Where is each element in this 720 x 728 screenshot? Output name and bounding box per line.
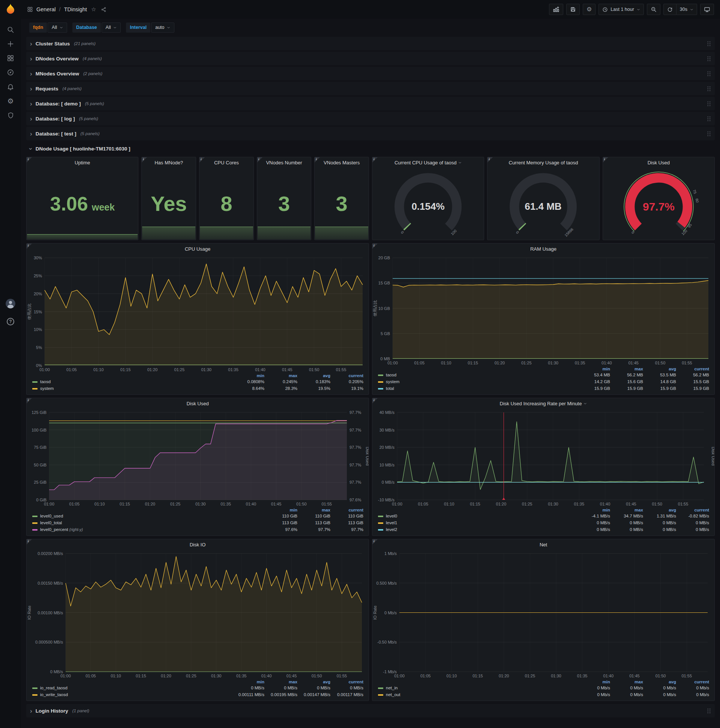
panel-title-cpu-usage-chart[interactable]: CPU Usage	[27, 243, 369, 254]
zoom-out-button[interactable]	[647, 4, 661, 15]
legend-series-taosd[interactable]: taosd	[377, 372, 578, 378]
legend-series-total[interactable]: total	[377, 385, 578, 392]
series-color-swatch[interactable]	[378, 522, 383, 524]
sidebar-item-create[interactable]	[3, 38, 18, 50]
dashboard-row-cluster-status[interactable]: › Cluster Status (21 panels)	[26, 37, 715, 50]
disk-io-plot[interactable]: 0 MB/s0.000500 MB/s0.00100 MB/s0.00150 M…	[27, 550, 369, 679]
panel-info-icon[interactable]: i	[603, 157, 608, 162]
series-color-swatch[interactable]	[378, 381, 383, 383]
legend-sort-max[interactable]: max	[265, 373, 298, 378]
panel-title-has-mnode[interactable]: Has MNode?	[142, 157, 196, 168]
legend-sort-max[interactable]: max	[611, 507, 644, 512]
dashboard-row-database-demo[interactable]: › Database: [ demo ] (5 panels)	[26, 97, 715, 110]
dashboard-row-login-history[interactable]: › Login History (1 panel)	[26, 704, 715, 717]
panel-info-icon[interactable]: i	[372, 243, 378, 249]
series-color-swatch[interactable]	[378, 388, 383, 390]
legend-sort-current[interactable]: current	[677, 507, 710, 512]
panel-info-icon[interactable]: i	[372, 539, 378, 544]
series-color-swatch[interactable]	[378, 687, 383, 689]
panel-info-icon[interactable]: i	[488, 157, 493, 162]
legend-sort-min[interactable]: min	[232, 679, 265, 684]
panel-title-cpu-cores[interactable]: CPU Cores	[200, 157, 253, 168]
dashboard-row-dnodes-overview[interactable]: › DNodes Overview (4 panels)	[26, 52, 715, 65]
row-drag-handle[interactable]	[707, 71, 711, 76]
chart-disk-io[interactable]: 0 MB/s0.000500 MB/s0.00100 MB/s0.00150 M…	[27, 550, 369, 679]
legend-series-level2[interactable]: level2	[377, 526, 578, 533]
chart-net[interactable]: -1 Mb/s-0.50 Mb/s0 Mb/s0.500 Mb/s1 Mb/s0…	[372, 550, 714, 679]
help-button[interactable]: ?	[3, 315, 18, 328]
panel-info-icon[interactable]: i	[257, 157, 262, 162]
legend-sort-current[interactable]: current	[331, 679, 364, 684]
dashboard-settings-button[interactable]: ⚙	[583, 4, 595, 15]
panel-info-icon[interactable]: i	[142, 157, 147, 162]
row-drag-handle[interactable]	[707, 86, 711, 92]
legend-series-io_read_taosd[interactable]: io_read_taosd	[32, 684, 232, 691]
panel-title-net-chart[interactable]: Net	[372, 539, 714, 550]
panel-info-icon[interactable]: i	[27, 243, 32, 249]
user-profile-button[interactable]	[3, 297, 18, 310]
sidebar-item-server-admin[interactable]	[3, 109, 18, 122]
row-drag-handle[interactable]	[707, 116, 711, 122]
panel-info-icon[interactable]: i	[27, 157, 32, 162]
legend-sort-min[interactable]: min	[265, 507, 298, 512]
row-drag-handle[interactable]	[707, 708, 711, 714]
share-dashboard-button[interactable]	[100, 6, 107, 13]
breadcrumb-dashboard-title[interactable]: TDinsight	[64, 6, 87, 12]
sidebar-item-search[interactable]	[3, 23, 18, 36]
panel-menu-caret-icon[interactable]	[584, 402, 587, 405]
series-color-swatch[interactable]	[378, 375, 383, 376]
row-drag-handle[interactable]	[707, 56, 711, 61]
refresh-button[interactable]	[664, 4, 676, 15]
cycle-view-button[interactable]	[700, 4, 714, 15]
sidebar-item-explore[interactable]	[3, 66, 18, 79]
panel-title-current-memory-usage[interactable]: Current Memory Usage of taosd	[488, 157, 599, 168]
panel-title-disk-used-chart[interactable]: Disk Used	[27, 398, 369, 409]
variable-database-dropdown[interactable]: All	[102, 23, 121, 33]
panel-title-current-cpu-usage[interactable]: Current CPU Usage of taosd	[372, 157, 484, 168]
legend-sort-max[interactable]: max	[298, 507, 331, 512]
legend-series-net_in[interactable]: net_in	[377, 684, 578, 691]
legend-series-level1[interactable]: level1	[377, 519, 578, 526]
series-color-swatch[interactable]	[32, 388, 38, 390]
sidebar-item-configuration[interactable]: ⚙	[3, 95, 18, 107]
series-color-swatch[interactable]	[32, 687, 38, 689]
legend-series-level0[interactable]: level0	[377, 512, 578, 519]
dashboard-row-database-test[interactable]: › Database: [ test ] (5 panels)	[26, 127, 715, 140]
panel-title-vnodes-number[interactable]: VNodes Number	[257, 157, 311, 168]
panel-info-icon[interactable]: i	[315, 157, 320, 162]
legend-sort-current[interactable]: current	[331, 507, 364, 512]
chart-ram-usage[interactable]: 0 MB5 GB10 GB15 GB20 GB01:0001:0501:1001…	[372, 254, 714, 366]
add-panel-button[interactable]	[549, 4, 563, 15]
series-color-swatch[interactable]	[32, 515, 38, 517]
row-drag-handle[interactable]	[707, 131, 711, 136]
legend-sort-min[interactable]: min	[232, 373, 265, 378]
series-color-swatch[interactable]	[378, 515, 383, 517]
series-color-swatch[interactable]	[32, 522, 38, 524]
sidebar-item-alerting[interactable]	[3, 80, 18, 93]
dashboard-row-dnode-usage[interactable]: › DNode Usage [ huolinhe-TM1701:6030 ]	[26, 142, 715, 155]
breadcrumb-folder[interactable]: General	[37, 6, 56, 12]
panel-title-ram-usage-chart[interactable]: RAM Usage	[372, 243, 714, 254]
legend-series-level0_used[interactable]: level0_used	[32, 512, 265, 519]
legend-sort-current[interactable]: current	[677, 366, 710, 372]
dashboard-row-mnodes-overview[interactable]: › MNodes Overview (2 panels)	[26, 67, 715, 80]
legend-series-system[interactable]: system	[32, 385, 232, 392]
legend-sort-min[interactable]: min	[578, 366, 611, 372]
legend-series-level0_percent[interactable]: level0_percent (right-y)	[32, 526, 265, 533]
variable-interval-dropdown[interactable]: auto	[151, 23, 174, 33]
legend-sort-avg[interactable]: avg	[298, 679, 331, 684]
legend-sort-current[interactable]: current	[677, 679, 710, 684]
legend-series-net_out[interactable]: net_out	[377, 691, 578, 698]
legend-series-level0_total[interactable]: level0_total	[32, 519, 265, 526]
series-color-swatch[interactable]	[32, 694, 38, 696]
dashboard-row-database-log[interactable]: › Database: [ log ] (5 panels)	[26, 112, 715, 125]
disk-used-plot[interactable]: 0 GiB97.6%25 GiB97.7%50 GiB97.7%75 GiB97…	[27, 409, 369, 507]
net-plot[interactable]: -1 Mb/s-0.50 Mb/s0 Mb/s0.500 Mb/s1 Mb/s0…	[372, 550, 714, 679]
legend-sort-avg[interactable]: avg	[644, 507, 677, 512]
legend-sort-max[interactable]: max	[265, 679, 298, 684]
panel-title-disk-rate-chart[interactable]: Disk Used Increasing Rate per Minute	[372, 398, 714, 409]
star-dashboard-button[interactable]: ☆	[90, 5, 97, 14]
panel-menu-caret-icon[interactable]	[458, 161, 462, 164]
panel-title-disk-used[interactable]: Disk Used	[603, 157, 714, 168]
panel-info-icon[interactable]: i	[372, 398, 378, 404]
